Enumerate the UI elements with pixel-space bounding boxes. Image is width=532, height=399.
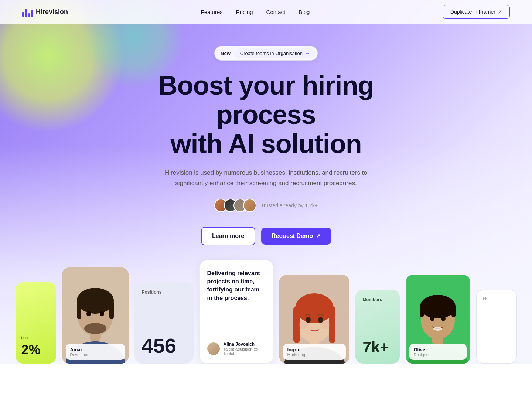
main-nav: Features Pricing Contact Blog [201,9,310,15]
nav-pricing[interactable]: Pricing [236,9,253,15]
avatar-4 [243,199,256,212]
yellow-stat-card: tion 2% [16,282,56,364]
logo-bar-2 [25,9,27,17]
quote-avatar [207,342,220,355]
logo-bar-4 [31,10,33,17]
amar-role: Developer [70,352,120,357]
stat-number: 2% [21,342,50,358]
request-demo-button[interactable]: Request Demo ↗ [261,228,331,245]
amar-card: Amar Developer [62,267,129,364]
amar-name: Amar [70,347,120,352]
stat-label: tion [21,335,50,340]
quote-author: Alina Jovosich Talent aquisition @ Topta… [207,342,266,356]
positions-label: Positions [142,290,186,295]
hero-section: New Create teams in Organisation → Boost… [0,0,532,364]
oliver-role: Designer [414,352,462,357]
svg-point-16 [295,293,334,323]
members-number: 7k+ [363,338,392,356]
quote-author-info: Alina Jovosich Talent aquisition @ Topta… [224,342,266,356]
oliver-card: Oliver Designer [406,275,470,364]
hero-title: Boost your hiring process with AI soluti… [126,71,406,159]
avatar-stack [214,199,256,212]
logo-text: Hirevision [36,8,68,16]
external-link-icon: ↗ [498,9,502,15]
amar-label: Amar Developer [66,344,125,360]
svg-point-31 [441,316,446,321]
badge-link[interactable]: Create teams in Organisation → [235,48,315,58]
logo-icon [22,7,33,17]
svg-rect-7 [109,301,114,319]
members-card: Members 7k+ [355,290,400,364]
hero-content: New Create teams in Organisation → Boost… [118,24,414,245]
hero-buttons: Learn more Request Demo ↗ [201,227,331,245]
badge-arrow-icon: → [305,50,310,56]
ingrid-name: Ingrid [287,347,341,352]
quote-author-name: Alina Jovosich [224,342,266,347]
svg-rect-28 [420,307,424,317]
members-label: Members [363,297,392,302]
partial-right-card: Te [476,290,517,364]
cards-section: tion 2% [0,245,532,364]
learn-more-button[interactable]: Learn more [201,227,255,245]
nav-features[interactable]: Features [201,9,223,15]
badge-link-text: Create teams in Organisation [240,51,303,56]
svg-point-9 [86,311,91,316]
header: Hirevision Features Pricing Contact Blog… [0,0,532,24]
svg-point-5 [77,288,114,314]
svg-point-10 [100,311,104,316]
partial-label: Te [482,296,511,300]
positions-card: Positions 456 [134,282,194,364]
trust-row: Trusted already by 1.2k+ [214,199,318,212]
quote-text: Delivering relevant projects on time, fo… [207,269,266,303]
duplicate-button[interactable]: Duplicate in Framer ↗ [443,5,510,19]
ingrid-label: Ingrid Marketing [283,344,346,360]
demo-arrow-icon: ↗ [316,233,321,239]
nav-contact[interactable]: Contact [266,9,286,15]
ingrid-role: Marketing [287,352,341,357]
logo: Hirevision [22,7,68,17]
svg-point-21 [299,320,308,329]
quote-card: Delivering relevant projects on time, fo… [200,260,273,364]
svg-point-22 [321,320,330,329]
hero-subtitle: Hirevision is used by numerous businesse… [163,168,369,188]
hero-title-line1: Boost your hiring process [158,71,374,129]
quote-author-title: Talent aquisition @ Toptal [224,347,266,356]
svg-point-32 [433,327,442,331]
new-label: New [221,51,231,56]
announcement-badge: New Create teams in Organisation → [214,46,318,61]
demo-btn-label: Request Demo [272,233,313,239]
svg-point-30 [430,316,434,321]
svg-rect-6 [77,301,81,319]
svg-point-8 [84,323,106,334]
nav-blog[interactable]: Blog [299,9,310,15]
logo-bar-1 [22,12,24,17]
trust-text: Trusted already by 1.2k+ [261,202,318,208]
svg-rect-29 [451,307,456,317]
svg-point-27 [420,295,456,318]
positions-number: 456 [142,335,186,356]
logo-bar-3 [28,13,30,17]
ingrid-card: Ingrid Marketing [279,275,349,364]
duplicate-label: Duplicate in Framer [450,9,495,15]
oliver-label: Oliver Designer [409,344,467,360]
oliver-name: Oliver [414,347,462,352]
hero-title-line2: with AI solution [170,129,361,158]
